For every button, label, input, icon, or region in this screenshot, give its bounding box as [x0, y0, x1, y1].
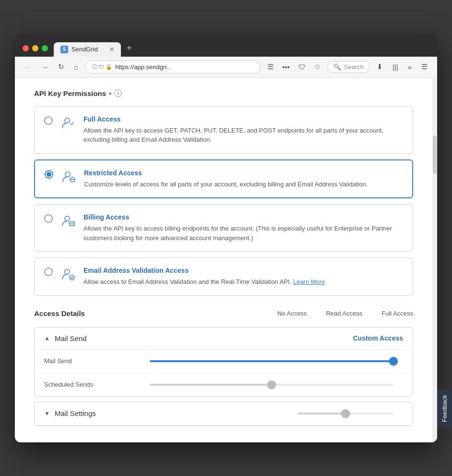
mail-settings-slider-container[interactable] — [288, 409, 403, 418]
scrollbar[interactable] — [432, 78, 437, 442]
email-validation-radio[interactable] — [44, 268, 53, 276]
restricted-access-icon — [61, 169, 76, 184]
overflow-button[interactable]: » — [405, 61, 415, 73]
email-validation-icon — [60, 267, 76, 282]
new-tab-button[interactable]: + — [122, 40, 137, 57]
restricted-access-content: Restricted Access Customize levels of ac… — [84, 169, 403, 189]
shield-button[interactable]: 🛡 — [296, 61, 309, 73]
maximize-button[interactable] — [42, 45, 48, 51]
restricted-access-radio[interactable] — [45, 170, 53, 179]
forward-button[interactable]: → — [38, 61, 51, 73]
sendgrid-favicon: S — [60, 46, 68, 53]
mail-send-row-label: Mail Send — [44, 357, 140, 365]
search-box[interactable]: 🔍 Search — [327, 61, 370, 73]
reload-button[interactable]: ↻ — [55, 61, 67, 73]
scrollbar-thumb[interactable] — [433, 135, 437, 174]
scheduled-sends-slider-thumb[interactable] — [267, 380, 276, 389]
no-access-label: No Access — [277, 310, 307, 317]
reader-view-button[interactable]: ☰ — [264, 61, 276, 73]
email-validation-title: Email Address Validation Access — [83, 267, 403, 274]
full-access-label: Full Access — [381, 310, 413, 317]
mail-settings-section: ▼ Mail Settings — [34, 402, 413, 426]
menu-button[interactable]: ☰ — [418, 61, 430, 73]
toolbar-right: ☰ ••• 🛡 ☆ — [264, 61, 323, 73]
scheduled-sends-row-label: Scheduled Sends — [44, 381, 140, 388]
bookmark-button[interactable]: ☆ — [311, 61, 323, 73]
svg-point-6 — [70, 275, 74, 280]
mail-send-slider-thumb[interactable] — [389, 357, 398, 366]
mail-send-chevron-icon: ▲ — [44, 335, 50, 342]
restricted-access-card[interactable]: Restricted Access Customize levels of ac… — [34, 159, 413, 199]
restricted-access-desc: Customize levels of access for all parts… — [84, 180, 403, 189]
read-access-label: Read Access — [326, 310, 362, 317]
access-details-title: Access Details — [34, 309, 85, 317]
access-details-header: Access Details No Access Read Access Ful… — [34, 309, 413, 321]
mail-send-slider-track — [150, 360, 393, 362]
full-access-icon — [60, 115, 76, 131]
mail-send-section-name: Mail Send — [55, 334, 87, 342]
mail-send-slider-container[interactable] — [140, 356, 403, 366]
library-button[interactable]: ||| — [390, 61, 401, 73]
security-icons: ⓘ 🛡 🔒 — [92, 63, 112, 71]
full-access-radio[interactable] — [44, 116, 53, 125]
email-validation-desc: Allow access to Email Address Validation… — [83, 277, 403, 287]
url-display: https://app.sendgri... — [115, 63, 172, 71]
mail-settings-header[interactable]: ▼ Mail Settings — [35, 402, 413, 426]
billing-access-title: Billing Access — [83, 213, 403, 221]
home-button[interactable]: ⌂ — [71, 61, 81, 73]
access-levels: No Access Read Access Full Access — [277, 310, 413, 317]
browser-tab[interactable]: S SendGrid ✕ — [54, 42, 121, 57]
svg-point-3 — [65, 216, 70, 221]
close-button[interactable] — [23, 45, 29, 51]
full-access-desc: Allows the API key to access GET, PATCH,… — [83, 126, 403, 145]
mail-send-section: ▲ Mail Send Custom Access Mail Send — [34, 327, 413, 397]
required-indicator: • — [109, 89, 111, 98]
download-button[interactable]: ⬇ — [374, 61, 386, 73]
browser-toolbar: ← → ↻ ⌂ ⓘ 🛡 🔒 https://app.sendgri... ☰ •… — [15, 57, 437, 78]
billing-access-icon — [60, 213, 76, 229]
address-bar[interactable]: ⓘ 🛡 🔒 https://app.sendgri... — [85, 61, 261, 73]
scheduled-sends-row: Scheduled Sends — [35, 373, 413, 396]
search-label: Search — [344, 63, 364, 71]
more-tools-button[interactable]: ••• — [279, 61, 293, 73]
mail-send-header-left: ▲ Mail Send — [44, 334, 87, 342]
billing-access-content: Billing Access Allows the API key to acc… — [83, 213, 403, 243]
feedback-button[interactable]: Feedback — [437, 389, 452, 428]
search-icon: 🔍 — [333, 63, 341, 71]
learn-more-link[interactable]: Learn More — [293, 278, 325, 285]
api-permissions-title: API Key Permissions • i — [34, 89, 413, 98]
tab-title: SendGrid — [71, 46, 98, 53]
svg-point-5 — [65, 269, 70, 274]
restricted-access-title: Restricted Access — [84, 169, 403, 177]
info-icon[interactable]: i — [114, 89, 122, 97]
mail-settings-slider-thumb[interactable] — [341, 409, 350, 418]
minimize-button[interactable] — [32, 45, 38, 51]
mail-send-row: Mail Send — [35, 350, 413, 373]
main-content: API Key Permissions • i Full Access Allo… — [15, 78, 432, 442]
scheduled-sends-slider-container[interactable] — [140, 380, 403, 390]
back-button[interactable]: ← — [22, 61, 35, 73]
traffic-lights — [23, 45, 48, 51]
tab-close-button[interactable]: ✕ — [109, 46, 114, 53]
billing-access-radio[interactable] — [44, 214, 53, 223]
scheduled-sends-slider-track — [150, 384, 393, 386]
full-access-title: Full Access — [83, 115, 403, 123]
email-validation-content: Email Address Validation Access Allow ac… — [83, 267, 403, 287]
email-validation-card[interactable]: Email Address Validation Access Allow ac… — [34, 257, 413, 296]
billing-access-card[interactable]: Billing Access Allows the API key to acc… — [34, 204, 413, 252]
mail-send-badge: Custom Access — [353, 334, 403, 342]
svg-point-1 — [65, 172, 70, 177]
mail-settings-section-name: Mail Settings — [55, 409, 96, 417]
mail-settings-header-left: ▼ Mail Settings — [44, 409, 96, 417]
svg-point-0 — [65, 118, 70, 123]
full-access-card[interactable]: Full Access Allows the API key to access… — [34, 106, 413, 154]
mail-settings-chevron-icon: ▼ — [44, 410, 50, 417]
mail-send-header[interactable]: ▲ Mail Send Custom Access — [35, 328, 413, 350]
billing-access-desc: Allows the API key to access billing end… — [83, 224, 403, 243]
mail-settings-slider-track — [297, 413, 393, 415]
full-access-content: Full Access Allows the API key to access… — [83, 115, 403, 145]
